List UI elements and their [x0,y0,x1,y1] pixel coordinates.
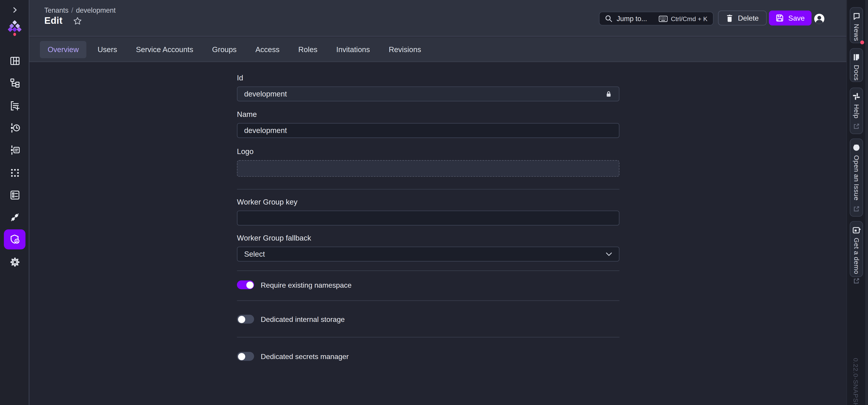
kestra-logo[interactable] [8,20,22,36]
rail-item-docs[interactable]: Docs [850,48,863,82]
sidebar-item-home[interactable] [0,50,29,72]
name-field[interactable]: development [237,123,619,138]
trash-icon [726,14,733,22]
toggle-dedicated-internal-storage[interactable]: Dedicated internal storage [237,315,619,324]
tenant-edit-form: Id development Name development Logo Wor… [237,74,619,360]
top-header: Tenants / development Edit Jump to... Ct… [29,0,846,36]
view-dashboard-icon [9,56,20,66]
delete-button-label: Delete [738,14,759,22]
logo-dropzone[interactable] [237,160,619,177]
toggle-switch-off[interactable] [237,315,254,324]
tab-groups[interactable]: Groups [204,41,244,58]
sidebar-item-namespaces[interactable] [0,162,29,184]
worker-group-fallback-label: Worker Group fallback [237,234,619,242]
timeline-clock-icon [9,122,20,134]
page-title: Edit [44,16,63,27]
worker-group-key-label: Worker Group key [237,198,619,206]
tab-service-accounts[interactable]: Service Accounts [128,41,201,58]
toggle-switch-off[interactable] [237,352,254,360]
section-divider [237,300,619,301]
rail-item-help[interactable]: Help [850,88,863,134]
id-field-value: development [244,90,287,98]
sidebar-nav [0,50,29,273]
sidebar-expand-button[interactable] [0,5,29,14]
tab-access[interactable]: Access [248,41,287,58]
right-sidebar: News Docs Help Open an Issue [846,0,868,405]
section-divider [237,189,619,190]
worker-group-key-field[interactable] [237,211,619,226]
tab-revisions[interactable]: Revisions [381,41,429,58]
logo-field-label: Logo [237,147,619,156]
left-sidebar [0,0,29,405]
tab-bar: Overview Users Service Accounts Groups A… [29,37,846,62]
worker-group-fallback-select[interactable]: Select [237,247,619,262]
lock-icon [605,90,612,98]
sidebar-item-executions[interactable] [0,117,29,139]
toggle-knob [246,281,253,289]
delete-button[interactable]: Delete [718,10,766,25]
message-icon [852,12,860,20]
news-badge-dot [860,40,864,45]
toggle-knob [238,353,245,360]
sidebar-item-settings[interactable] [0,251,29,273]
name-field-label: Name [237,110,619,119]
search-placeholder: Jump to... [617,15,659,22]
search-shortcut: Ctrl/Cmd + K [659,15,708,22]
jump-to-search[interactable]: Jump to... Ctrl/Cmd + K [599,11,713,25]
save-icon [775,14,784,22]
rail-item-get-a-demo[interactable]: Get a demo [850,221,863,277]
toggle-label: Dedicated secrets manager [261,352,349,360]
toggle-require-existing-namespace[interactable]: Require existing namespace [237,281,619,289]
rail-item-news[interactable]: News [850,7,863,43]
save-button-label: Save [788,14,805,22]
app-window: Tenants / development Edit Jump to... Ct… [0,0,868,405]
breadcrumb-tenants[interactable]: Tenants [44,6,68,14]
tab-roles[interactable]: Roles [290,41,325,58]
id-field: development [237,87,619,102]
id-field-label: Id [237,74,619,82]
breadcrumb: Tenants / development [44,6,116,14]
toggle-label: Dedicated internal storage [261,315,345,323]
chevron-right-icon [12,6,17,13]
section-divider [237,270,619,271]
github-icon [852,144,860,151]
toggle-label: Require existing namespace [261,281,351,289]
dots-square-icon [9,167,20,178]
search-shortcut-label: Ctrl/Cmd + K [671,15,708,22]
file-tree-icon [9,78,20,89]
scrollbar-track[interactable] [865,0,868,405]
text-box-plus-icon [9,100,20,111]
tab-overview[interactable]: Overview [40,41,87,58]
favorite-star-icon[interactable] [73,17,82,25]
rail-item-label: Docs [852,65,860,81]
external-link-icon [853,202,860,212]
sidebar-item-templates[interactable] [0,94,29,117]
chevron-down-icon [606,252,612,256]
breadcrumb-current: development [76,6,116,14]
sidebar-item-plugins[interactable] [0,206,29,229]
name-field-value: development [244,126,287,135]
title-row: Edit [44,16,82,27]
toggle-dedicated-secrets-manager[interactable]: Dedicated secrets manager [237,352,619,360]
worker-group-fallback-value: Select [244,250,265,258]
rail-item-open-an-issue[interactable]: Open an Issue [850,139,863,217]
rail-item-label: Open an Issue [852,155,860,200]
sidebar-item-administration[interactable] [4,230,25,250]
version-label: 0.22.0-SNAPSHOT [852,358,859,405]
slack-icon [852,93,860,100]
sidebar-item-flows[interactable] [0,72,29,95]
presentation-icon [852,226,861,234]
shield-account-icon [9,234,20,245]
account-circle-icon[interactable] [814,13,825,25]
list-box-icon [9,190,20,200]
save-button[interactable]: Save [769,10,811,25]
external-link-icon [853,274,860,284]
section-divider [237,337,619,337]
sidebar-item-blueprints[interactable] [0,184,29,206]
sidebar-item-logs[interactable] [0,139,29,162]
external-link-icon [853,120,860,129]
search-icon [605,15,612,22]
tab-users[interactable]: Users [90,41,125,58]
toggle-switch-on[interactable] [237,281,254,289]
tab-invitations[interactable]: Invitations [329,41,378,58]
